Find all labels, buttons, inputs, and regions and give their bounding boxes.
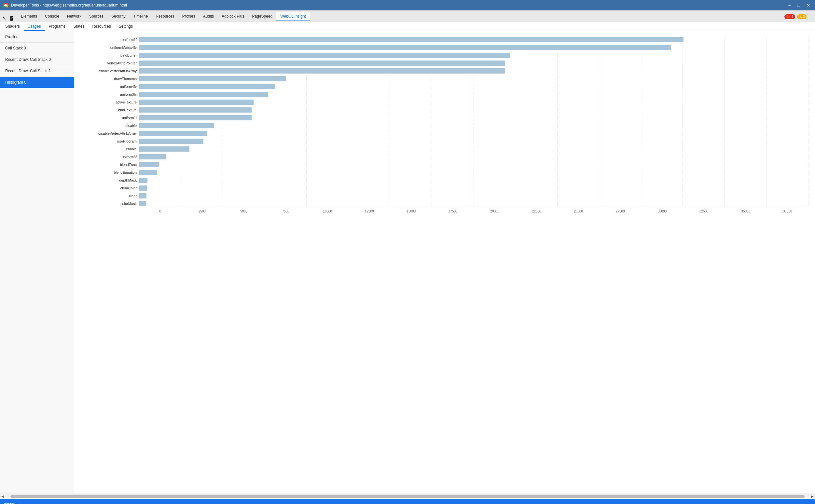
tab-adblock[interactable]: Adblock Plus [218,12,248,21]
x-tick: 10000 [306,210,348,213]
bar-fill [139,123,214,128]
bar-track [139,178,808,183]
sidebar-item-histogram0[interactable]: Histogram 0 [0,77,74,88]
bar-row: uniform1f [74,36,808,43]
bar-label: drawElements [74,77,139,81]
bar-fill [139,162,159,167]
sidebar-item-callstack0[interactable]: Call Stack 0 [0,43,74,54]
bottom-bar-label: canvas [4,502,16,504]
bar-label: colorMask [74,202,139,206]
sidebar-item-recentdraw1[interactable]: Recent Draw: Call Stack 1 [0,65,74,77]
bar-track [139,61,808,66]
bar-label: useProgram [74,139,139,143]
mobile-icon[interactable]: 📱 [8,15,14,21]
scroll-right-arrow[interactable]: ▶ [811,495,814,498]
bar-track [139,107,808,113]
tab-pagespeed[interactable]: PageSpeed [248,12,276,21]
bar-chart: uniform1funiformMatrix4fvbindBufferverte… [74,36,808,207]
tab-resources[interactable]: Resources [152,12,178,21]
tab-webgl[interactable]: WebGL Insight [276,12,310,21]
bar-track [139,92,808,97]
sub-tab-shaders[interactable]: Shaders [1,22,24,31]
bar-track [139,185,808,191]
bar-track [139,115,808,120]
x-tick: 2500 [181,210,223,213]
bar-label: disable [74,124,139,128]
bar-fill [139,45,671,50]
bar-label: uniform3f [74,155,139,159]
more-menu-button[interactable]: ⋮ [808,14,814,20]
bar-fill [139,107,251,113]
sub-tab-usages[interactable]: Usages [24,22,45,31]
bar-fill [139,170,157,175]
tab-console[interactable]: Console [41,12,63,21]
bar-row: depthMask [74,177,808,184]
sub-tab-resources[interactable]: Resources [88,22,115,31]
bar-track [139,100,808,105]
title-bar: Developer Tools - http://webglsamples.or… [0,0,815,10]
bar-fill [139,76,286,81]
sidebar-item-recentdraw0[interactable]: Recent Draw: Call Stack 0 [0,54,74,65]
bar-row: uniform3fv [74,91,808,98]
sub-tab-settings[interactable]: Settings [115,22,137,31]
x-tick: 5000 [223,210,265,213]
x-tick: 25000 [558,210,600,213]
bar-fill [139,68,505,74]
bar-fill [139,154,166,159]
bar-track [139,53,808,58]
x-tick: 0 [139,210,181,213]
bar-row: useProgram [74,138,808,145]
tab-security[interactable]: Security [107,12,129,21]
minimize-button[interactable]: − [786,2,793,8]
bar-label: enableVertexAttribArray [74,69,139,73]
bar-label: vertexAttribPointer [74,61,139,65]
x-tick: 37500 [767,210,809,213]
bar-fill [139,139,203,144]
title-bar-controls: − □ ✕ [786,2,812,8]
sidebar: ProfilesCall Stack 0Recent Draw: Call St… [0,31,74,494]
x-tick: 32500 [683,210,725,213]
sidebar-item-profiles[interactable]: Profiles [0,31,74,43]
tab-elements[interactable]: Elements [17,12,41,21]
tab-timeline[interactable]: Timeline [129,12,152,21]
tab-audits[interactable]: Audits [199,12,218,21]
cursor-icon[interactable]: ↖ [1,15,7,21]
bar-track [139,68,808,74]
bar-row: bindBuffer [74,52,808,59]
chart-container: uniform1funiformMatrix4fvbindBufferverte… [74,34,815,221]
bar-label: enable [74,147,139,151]
tab-bar-right: 🔴 1 ⚠ 3 ⋮ [784,14,814,21]
tab-network[interactable]: Network [63,12,85,21]
chart-area[interactable]: uniform1funiformMatrix4fvbindBufferverte… [74,31,815,494]
scroll-bar[interactable]: ◀ ▶ [0,494,815,499]
scroll-left-arrow[interactable]: ◀ [1,495,4,498]
bar-row: drawElements [74,75,808,82]
bar-row: blendEquation [74,169,808,176]
bar-track [139,193,808,198]
bar-row: uniformMatrix4fv [74,44,808,51]
x-tick: 22500 [516,210,558,213]
bar-track [139,76,808,81]
close-button[interactable]: ✕ [805,2,812,8]
tab-sources[interactable]: Sources [85,12,107,21]
bar-label: uniform3fv [74,92,139,96]
warn-badge: ⚠ 3 [797,14,807,19]
bar-row: activeTexture [74,99,808,106]
bar-track [139,123,808,128]
bottom-bar: canvas [0,499,815,504]
x-tick: 7500 [265,210,307,213]
tab-profiles[interactable]: Profiles [178,12,199,21]
maximize-button[interactable]: □ [795,2,802,8]
bar-label: depthMask [74,178,139,182]
bar-label: clearColor [74,186,139,190]
bar-fill [139,53,510,58]
main-tab-list: ElementsConsoleNetworkSourcesSecurityTim… [17,10,310,21]
sub-tab-programs[interactable]: Programs [45,22,69,31]
scroll-thumb[interactable] [10,495,805,498]
bar-row: enable [74,145,808,153]
sub-tab-states[interactable]: States [69,22,88,31]
bar-label: disableVertexAttribArray [74,131,139,135]
bar-row: disableVertexAttribArray [74,130,808,137]
bar-track [139,154,808,159]
sub-tab-list: ShadersUsagesProgramsStatesResourcesSett… [1,21,137,31]
